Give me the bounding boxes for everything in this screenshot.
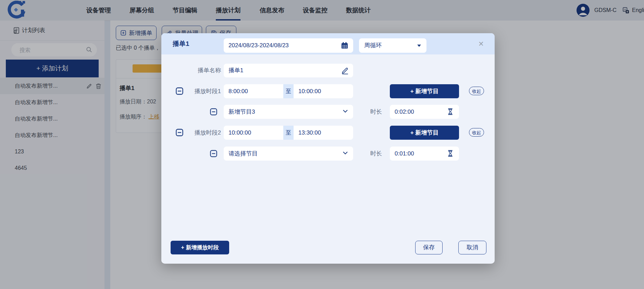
slot1-collapse-button[interactable]: 收起 [469, 87, 484, 95]
slot2-label: 播放时段2 [183, 126, 221, 140]
slot2-time-range: 10:00:00 至 13:30:00 [224, 126, 353, 140]
slot1-program-select[interactable]: 新增节目3 [224, 105, 353, 119]
date-range-value: 2024/08/23-2024/08/23 [228, 42, 289, 49]
add-slot-button[interactable]: + 新增播放时段 [171, 241, 229, 254]
slot2-end-time-input[interactable]: 13:30:00 [294, 126, 353, 140]
slot1-label: 播放时段1 [183, 84, 221, 98]
playlist-name-value: 播单1 [228, 67, 243, 74]
hourglass-icon [447, 150, 454, 157]
duration-label: 时长 [370, 105, 386, 119]
remove-slot-icon[interactable] [176, 87, 183, 95]
to-separator: 至 [283, 84, 294, 98]
chevron-down-icon [343, 110, 348, 113]
calendar-icon[interactable] [341, 42, 348, 49]
hourglass-icon [447, 108, 454, 115]
close-icon[interactable]: ✕ [478, 39, 484, 49]
cycle-select[interactable]: 周循环 [359, 38, 426, 53]
edit-playlist-modal: 播单1 2024/08/23-2024/08/23 周循环 ✕ 播单名称 [161, 33, 495, 264]
caret-down-icon [417, 45, 421, 47]
playlist-name-label: 播单名称 [175, 64, 221, 77]
slot2-collapse-button[interactable]: 收起 [469, 128, 484, 137]
slot1-duration-input[interactable]: 0:02:00 [390, 105, 459, 119]
slot1-duration-value: 0:02:00 [395, 109, 414, 115]
playlist-name-input[interactable]: 播单1 [224, 64, 353, 77]
remove-program-icon[interactable] [210, 108, 217, 115]
cycle-selected-value: 周循环 [364, 42, 382, 49]
duration-label: 时长 [370, 147, 386, 161]
date-range-input[interactable]: 2024/08/23-2024/08/23 [224, 38, 353, 53]
remove-program-icon[interactable] [210, 150, 217, 157]
slot1-end-time-input[interactable]: 10:00:00 [294, 84, 353, 98]
modal-header: 播单1 2024/08/23-2024/08/23 周循环 ✕ [161, 33, 495, 54]
slot2-start-time-input[interactable]: 10:00:00 [224, 126, 283, 140]
slot1-add-program-button[interactable]: + 新增节目 [390, 84, 459, 98]
modal-cancel-button[interactable]: 取消 [458, 241, 486, 254]
chevron-down-icon [343, 151, 348, 154]
edit-pencil-icon[interactable] [341, 66, 349, 74]
slot2-program-select[interactable]: 请选择节目 [224, 147, 353, 161]
slot1-start-time-input[interactable]: 8:00:00 [224, 84, 283, 98]
slot2-duration-input[interactable]: 0:01:00 [390, 147, 459, 161]
slot1-time-range: 8:00:00 至 10:00:00 [224, 84, 353, 98]
to-separator: 至 [283, 126, 294, 140]
remove-slot-icon[interactable] [176, 129, 183, 136]
slot2-program-value: 请选择节目 [228, 150, 258, 157]
slot2-add-program-button[interactable]: + 新增节目 [390, 126, 459, 140]
modal-save-button[interactable]: 保存 [415, 241, 443, 254]
slot1-program-value: 新增节目3 [228, 109, 255, 115]
modal-title: 播单1 [173, 33, 189, 54]
slot2-duration-value: 0:01:00 [395, 150, 414, 157]
